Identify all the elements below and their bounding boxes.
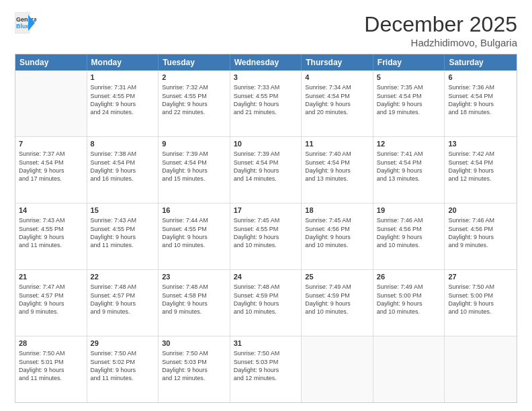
cell-info-line: and 9 minutes.: [91, 308, 155, 316]
day-header-friday: Friday: [373, 54, 445, 71]
calendar-cell: 15Sunrise: 7:43 AMSunset: 4:55 PMDayligh…: [87, 203, 159, 269]
calendar-cell: [445, 336, 517, 402]
day-number: 23: [162, 272, 226, 282]
cell-info-line: Daylight: 9 hours: [162, 233, 226, 241]
cell-info-line: Daylight: 9 hours: [234, 233, 298, 241]
day-number: 10: [234, 139, 298, 149]
logo: General Blue: [15, 12, 36, 34]
cell-info-line: Sunset: 4:56 PM: [305, 225, 369, 233]
day-header-wednesday: Wednesday: [230, 54, 302, 71]
cell-info-line: Daylight: 9 hours: [91, 100, 155, 108]
cell-info-line: and 9 minutes.: [448, 241, 513, 249]
cell-info-line: and 13 minutes.: [305, 175, 369, 183]
cell-info-line: Sunrise: 7:33 AM: [234, 83, 298, 91]
cell-info-line: Daylight: 9 hours: [448, 167, 513, 175]
calendar-cell: 24Sunrise: 7:48 AMSunset: 4:59 PMDayligh…: [230, 270, 302, 336]
cell-info-line: Daylight: 9 hours: [377, 167, 441, 175]
day-number: 4: [305, 73, 369, 83]
calendar-cell: 7Sunrise: 7:37 AMSunset: 4:54 PMDaylight…: [15, 137, 87, 203]
calendar-cell: 23Sunrise: 7:48 AMSunset: 4:58 PMDayligh…: [159, 270, 230, 336]
cell-info-line: Sunrise: 7:50 AM: [162, 349, 226, 357]
calendar-header: SundayMondayTuesdayWednesdayThursdayFrid…: [15, 54, 517, 71]
day-number: 3: [234, 73, 298, 83]
calendar-week-3: 14Sunrise: 7:43 AMSunset: 4:55 PMDayligh…: [15, 203, 517, 270]
day-number: 31: [234, 338, 298, 349]
calendar-cell: 11Sunrise: 7:40 AMSunset: 4:54 PMDayligh…: [302, 137, 373, 203]
cell-info-line: Sunrise: 7:39 AM: [162, 150, 226, 158]
cell-info-line: Daylight: 9 hours: [19, 366, 83, 374]
calendar-cell: 17Sunrise: 7:45 AMSunset: 4:55 PMDayligh…: [230, 203, 302, 269]
cell-info-line: and 11 minutes.: [19, 241, 83, 249]
cell-info-line: Daylight: 9 hours: [305, 100, 369, 108]
cell-info-line: Sunrise: 7:36 AM: [448, 83, 513, 91]
cell-info-line: Daylight: 9 hours: [162, 366, 226, 374]
cell-info-line: and 15 minutes.: [162, 175, 226, 183]
day-number: 21: [19, 272, 83, 282]
cell-info-line: Daylight: 9 hours: [448, 233, 513, 241]
day-header-tuesday: Tuesday: [159, 54, 230, 71]
cell-info-line: Daylight: 9 hours: [305, 167, 369, 175]
day-number: 1: [91, 73, 155, 83]
cell-info-line: Daylight: 9 hours: [162, 167, 226, 175]
cell-info-line: and 10 minutes.: [234, 308, 298, 316]
day-number: 12: [377, 139, 441, 149]
day-number: 6: [448, 73, 513, 83]
cell-info-line: Sunrise: 7:31 AM: [91, 83, 155, 91]
cell-info-line: and 17 minutes.: [19, 175, 83, 183]
calendar-cell: 5Sunrise: 7:35 AMSunset: 4:54 PMDaylight…: [373, 71, 445, 136]
svg-text:Blue: Blue: [16, 23, 30, 30]
cell-info-line: Sunset: 4:56 PM: [377, 225, 441, 233]
cell-info-line: Daylight: 9 hours: [377, 300, 441, 308]
cell-info-line: and 11 minutes.: [19, 374, 83, 382]
day-number: 28: [19, 338, 83, 349]
cell-info-line: Sunset: 4:54 PM: [305, 158, 369, 167]
cell-info-line: Sunset: 4:54 PM: [377, 158, 441, 167]
cell-info-line: and 18 minutes.: [448, 108, 513, 116]
cell-info-line: Sunset: 4:57 PM: [19, 291, 83, 300]
day-number: 27: [448, 272, 513, 282]
cell-info-line: Sunset: 4:54 PM: [91, 158, 155, 167]
calendar: SundayMondayTuesdayWednesdayThursdayFrid…: [15, 54, 517, 403]
cell-info-line: Daylight: 9 hours: [377, 233, 441, 241]
day-header-saturday: Saturday: [445, 54, 517, 71]
calendar-cell: 29Sunrise: 7:50 AMSunset: 5:02 PMDayligh…: [87, 336, 159, 402]
day-number: 7: [19, 139, 83, 149]
day-header-sunday: Sunday: [15, 54, 87, 71]
calendar-cell: 4Sunrise: 7:34 AMSunset: 4:54 PMDaylight…: [302, 71, 373, 136]
cell-info-line: Sunrise: 7:50 AM: [448, 283, 513, 291]
day-header-monday: Monday: [87, 54, 159, 71]
calendar-body: 1Sunrise: 7:31 AMSunset: 4:55 PMDaylight…: [15, 71, 517, 402]
cell-info-line: Sunrise: 7:40 AM: [305, 150, 369, 158]
calendar-cell: 20Sunrise: 7:46 AMSunset: 4:56 PMDayligh…: [445, 203, 517, 269]
day-number: 24: [234, 272, 298, 282]
cell-info-line: Sunrise: 7:50 AM: [91, 349, 155, 357]
day-number: 8: [91, 139, 155, 149]
cell-info-line: and 21 minutes.: [234, 108, 298, 116]
location: Hadzhidimovo, Bulgaria: [364, 37, 517, 48]
cell-info-line: Sunset: 5:00 PM: [448, 291, 513, 300]
calendar-cell: 30Sunrise: 7:50 AMSunset: 5:03 PMDayligh…: [159, 336, 230, 402]
cell-info-line: and 24 minutes.: [91, 108, 155, 116]
calendar-cell: 14Sunrise: 7:43 AMSunset: 4:55 PMDayligh…: [15, 203, 87, 269]
calendar-cell: [302, 336, 373, 402]
day-number: 17: [234, 205, 298, 216]
calendar-cell: 1Sunrise: 7:31 AMSunset: 4:55 PMDaylight…: [87, 71, 159, 136]
cell-info-line: Sunrise: 7:48 AM: [162, 283, 226, 291]
cell-info-line: Daylight: 9 hours: [91, 167, 155, 175]
logo-graphic: General Blue: [15, 12, 36, 34]
cell-info-line: Sunset: 4:59 PM: [234, 291, 298, 300]
cell-info-line: and 11 minutes.: [91, 374, 155, 382]
cell-info-line: Sunset: 4:54 PM: [162, 158, 226, 167]
cell-info-line: Sunset: 4:59 PM: [305, 291, 369, 300]
cell-info-line: Sunrise: 7:50 AM: [19, 349, 83, 357]
cell-info-line: Sunset: 4:54 PM: [448, 92, 513, 100]
calendar-cell: 6Sunrise: 7:36 AMSunset: 4:54 PMDaylight…: [445, 71, 517, 136]
cell-info-line: Sunrise: 7:48 AM: [234, 283, 298, 291]
cell-info-line: Sunrise: 7:46 AM: [448, 216, 513, 224]
cell-info-line: Sunset: 4:55 PM: [162, 225, 226, 233]
cell-info-line: Daylight: 9 hours: [234, 167, 298, 175]
cell-info-line: Sunset: 5:03 PM: [162, 358, 226, 366]
cell-info-line: Sunset: 4:54 PM: [19, 158, 83, 167]
day-number: 25: [305, 272, 369, 282]
cell-info-line: Sunset: 4:55 PM: [91, 92, 155, 100]
